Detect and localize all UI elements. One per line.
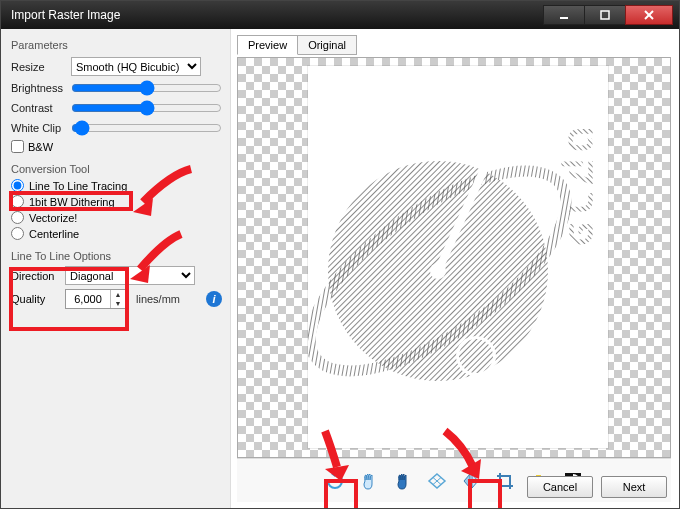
quality-up[interactable]: ▲ [111,290,125,299]
radio-dither-label: 1bit BW Dithering [29,196,115,208]
flip-h-button[interactable] [458,468,484,494]
brightness-label: Brightness [11,82,65,94]
svg-rect-1 [601,11,609,19]
svg-line-2 [645,11,653,19]
svg-marker-20 [464,474,470,488]
line2line-options-heading: Line To Line Options [11,250,222,262]
bw-label: B&W [28,141,53,153]
contrast-slider[interactable] [71,100,222,116]
bw-checkbox[interactable] [11,140,24,153]
radio-vectorize-label: Vectorize! [29,212,77,224]
next-button[interactable]: Next [601,476,667,498]
direction-select[interactable]: Diagonal [65,266,195,285]
whiteclip-label: White Clip [11,122,65,134]
contrast-label: Contrast [11,102,65,114]
resize-select[interactable]: Smooth (HQ Bicubic) [71,57,201,76]
radio-dither[interactable] [11,195,24,208]
tab-preview[interactable]: Preview [237,35,298,55]
info-icon[interactable]: i [206,291,222,307]
zoom-fit-button[interactable] [390,468,416,494]
quality-label: Quality [11,293,59,305]
radio-centerline-label: Centerline [29,228,79,240]
whiteclip-slider[interactable] [71,120,222,136]
svg-marker-21 [472,474,478,488]
parameters-panel: Parameters Resize Smooth (HQ Bicubic) Br… [1,29,231,508]
svg-point-14 [459,339,493,373]
grid-button[interactable] [424,468,450,494]
maximize-button[interactable] [584,5,626,25]
radio-vectorize[interactable] [11,211,24,224]
brightness-slider[interactable] [71,80,222,96]
tabs: Preview Original [237,35,671,55]
quality-down[interactable]: ▼ [111,299,125,308]
svg-line-3 [645,11,653,19]
radio-centerline[interactable] [11,227,24,240]
resize-label: Resize [11,61,65,73]
radio-line2line-label: Line To Line Tracing [29,180,127,192]
rotate-ccw-button[interactable] [322,468,348,494]
close-button[interactable] [625,5,673,25]
preview-image: פרקט [308,66,608,448]
quality-unit: lines/mm [136,293,180,305]
minimize-button[interactable] [543,5,585,25]
tab-original[interactable]: Original [297,35,357,55]
conversion-heading: Conversion Tool [11,163,222,175]
radio-line2line[interactable] [11,179,24,192]
window-title: Import Raster Image [7,8,544,22]
parameters-heading: Parameters [11,39,222,51]
pan-button[interactable] [356,468,382,494]
titlebar: Import Raster Image [1,1,679,29]
preview-canvas: פרקט [308,66,608,448]
quality-input[interactable] [66,290,110,308]
svg-point-12 [430,263,446,279]
preview-area[interactable]: פרקט [237,57,671,458]
svg-text:פרקט: פרקט [561,126,606,252]
crop-button[interactable] [492,468,518,494]
quality-stepper[interactable]: ▲▼ [65,289,126,309]
svg-marker-16 [331,471,335,477]
cancel-button[interactable]: Cancel [527,476,593,498]
direction-label: Direction [11,270,59,282]
